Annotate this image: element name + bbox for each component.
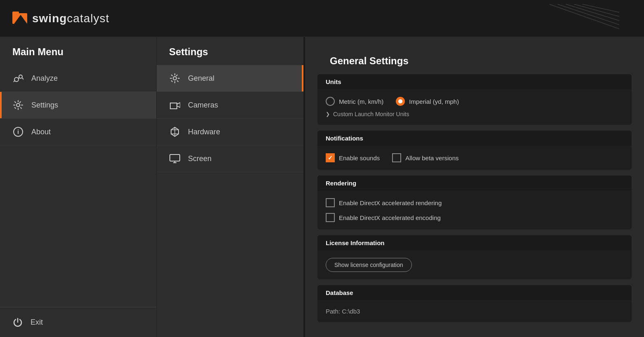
directx-encoding-option[interactable]: Enable DirectX accelerated encoding	[326, 213, 623, 222]
rendering-header: Rendering	[317, 176, 632, 191]
sidebar-item-settings[interactable]: Settings	[0, 92, 156, 119]
main-menu-footer: Exit	[0, 307, 156, 337]
directx-rendering-checkbox[interactable]	[326, 198, 335, 207]
metric-radio[interactable]	[326, 97, 335, 106]
svg-point-8	[14, 77, 19, 82]
enable-sounds-option[interactable]: Enable sounds	[326, 153, 380, 162]
directx-rendering-option[interactable]: Enable DirectX accelerated rendering	[326, 198, 623, 207]
screen-icon	[169, 153, 181, 164]
main-layout: Main Menu Analyze	[0, 37, 644, 337]
settings-item-cameras[interactable]: Cameras	[157, 92, 303, 119]
main-menu-panel: Main Menu Analyze	[0, 37, 157, 337]
database-path: Path: C:\db3	[326, 308, 623, 315]
rendering-title: Rendering	[326, 180, 623, 187]
power-icon	[12, 317, 23, 328]
database-title: Database	[326, 289, 623, 296]
logo-icon	[12, 12, 29, 26]
settings-label: Settings	[31, 101, 58, 110]
hardware-icon	[169, 126, 181, 138]
imperial-label: Imperial (yd, mph)	[409, 98, 459, 105]
directx-rendering-label: Enable DirectX accelerated rendering	[339, 199, 442, 206]
imperial-radio[interactable]	[396, 97, 405, 106]
app-header: swingcatalyst	[0, 0, 644, 37]
database-section: Database Path: C:\db3	[317, 285, 632, 322]
general-settings-title: General Settings	[317, 46, 632, 74]
database-header: Database	[317, 285, 632, 300]
svg-point-9	[19, 75, 22, 78]
logo-text: swingcatalyst	[32, 12, 109, 25]
notifications-header: Notifications	[317, 131, 632, 146]
directx-encoding-label: Enable DirectX accelerated encoding	[339, 214, 441, 221]
units-title: Units	[326, 78, 623, 85]
main-menu-title: Main Menu	[0, 37, 156, 65]
units-body: Metric (m, km/h) Imperial (yd, mph) ❯ Cu…	[317, 89, 632, 125]
main-menu-items: Analyze Settings i Abou	[0, 65, 156, 307]
general-label: General	[188, 74, 214, 83]
exit-button[interactable]: Exit	[0, 309, 156, 335]
license-title: License Information	[326, 239, 623, 246]
enable-sounds-checkbox[interactable]	[326, 153, 335, 162]
header-decoration	[537, 4, 619, 33]
svg-line-4	[557, 4, 619, 25]
rendering-section: Rendering Enable DirectX accelerated ren…	[317, 176, 632, 229]
notifications-title: Notifications	[326, 135, 623, 142]
svg-line-10	[18, 78, 19, 78]
render-options-group: Enable DirectX accelerated rendering Ena…	[326, 198, 623, 222]
settings-title: Settings	[157, 37, 303, 65]
license-body: Show license configuration	[317, 250, 632, 279]
imperial-option[interactable]: Imperial (yd, mph)	[396, 97, 459, 106]
license-header: License Information	[317, 235, 632, 250]
allow-beta-label: Allow beta versions	[405, 154, 458, 161]
svg-line-3	[549, 4, 619, 29]
settings-icon	[12, 99, 24, 111]
notifications-body: Enable sounds Allow beta versions	[317, 146, 632, 170]
sidebar-item-about[interactable]: i About	[0, 119, 156, 145]
svg-point-13	[16, 103, 20, 107]
svg-text:i: i	[17, 129, 19, 135]
allow-beta-option[interactable]: Allow beta versions	[392, 153, 458, 162]
enable-sounds-label: Enable sounds	[339, 154, 380, 161]
svg-marker-17	[177, 103, 180, 108]
analyze-icon	[12, 73, 24, 84]
general-gear-icon	[169, 73, 181, 84]
logo: swingcatalyst	[12, 12, 109, 26]
metric-label: Metric (m, km/h)	[339, 98, 383, 105]
settings-item-general[interactable]: General	[157, 65, 303, 92]
exit-label: Exit	[31, 318, 43, 327]
general-settings-panel: General Settings Units Metric (m, km/h) …	[305, 37, 644, 337]
hardware-label: Hardware	[188, 128, 220, 136]
analyze-label: Analyze	[31, 74, 58, 83]
units-header: Units	[317, 74, 632, 89]
svg-rect-2	[12, 12, 19, 16]
about-icon: i	[12, 126, 24, 138]
about-label: About	[31, 128, 51, 136]
notifications-section: Notifications Enable sounds Allow beta v…	[317, 131, 632, 170]
settings-item-hardware[interactable]: Hardware	[157, 119, 303, 145]
screen-label: Screen	[188, 154, 212, 163]
svg-line-12	[22, 78, 24, 80]
notifications-checkbox-group: Enable sounds Allow beta versions	[326, 153, 623, 162]
metric-option[interactable]: Metric (m, km/h)	[326, 97, 383, 106]
custom-launch-option[interactable]: ❯ Custom Launch Monitor Units	[326, 111, 623, 117]
database-body: Path: C:\db3	[317, 300, 632, 322]
units-section: Units Metric (m, km/h) Imperial (yd, mph…	[317, 74, 632, 125]
chevron-down-icon: ❯	[326, 111, 330, 117]
directx-encoding-checkbox[interactable]	[326, 213, 335, 222]
svg-rect-21	[170, 154, 180, 161]
allow-beta-checkbox[interactable]	[392, 153, 401, 162]
svg-point-16	[173, 77, 176, 80]
cameras-icon	[169, 99, 181, 111]
license-section: License Information Show license configu…	[317, 235, 632, 279]
settings-menu-panel: Settings General Cameras	[157, 37, 305, 337]
units-radio-group: Metric (m, km/h) Imperial (yd, mph)	[326, 97, 623, 106]
cameras-label: Cameras	[188, 101, 218, 110]
settings-item-screen[interactable]: Screen	[157, 145, 303, 172]
sidebar-item-analyze[interactable]: Analyze	[0, 65, 156, 92]
show-license-button[interactable]: Show license configuration	[326, 258, 412, 272]
svg-line-11	[14, 80, 15, 82]
custom-launch-label: Custom Launch Monitor Units	[333, 111, 409, 117]
rendering-body: Enable DirectX accelerated rendering Ena…	[317, 191, 632, 229]
svg-line-6	[574, 4, 619, 16]
